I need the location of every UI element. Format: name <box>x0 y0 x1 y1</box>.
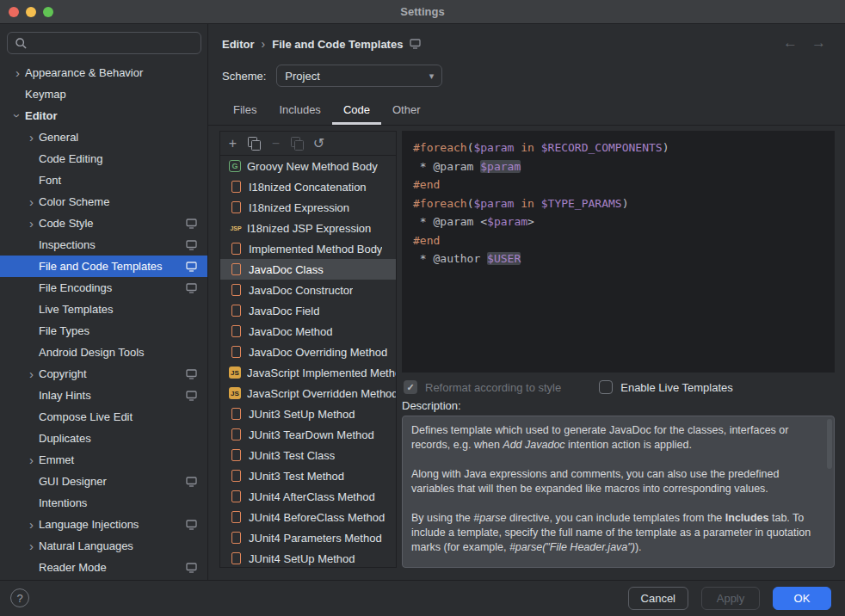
template-item-label: JUnit3 TearDown Method <box>249 428 374 441</box>
chevron-right-icon[interactable]: › <box>24 217 39 230</box>
sidebar-item-label: Font <box>39 174 61 187</box>
template-item-junit4-beforeclass-method[interactable]: JUnit4 BeforeClass Method <box>220 507 396 527</box>
minimize-button[interactable] <box>26 7 36 17</box>
chevron-right-icon[interactable]: › <box>24 453 39 466</box>
chevron-right-icon[interactable]: › <box>10 66 25 79</box>
template-item-junit3-setup-method[interactable]: JUnit3 SetUp Method <box>220 403 396 424</box>
chevron-down-icon[interactable]: › <box>11 108 24 123</box>
sidebar-item-appearance-behavior[interactable]: ›Appearance & Behavior <box>0 62 207 83</box>
search-input[interactable] <box>7 32 201 54</box>
duplicate-template-icon <box>287 133 308 154</box>
sidebar-item-copyright[interactable]: ›Copyright <box>0 363 207 385</box>
template-item-javascript-implemented-method[interactable]: JSJavaScript Implemented Method <box>220 362 396 383</box>
chevron-right-icon[interactable]: › <box>24 518 39 531</box>
template-item-junit4-parameters-method[interactable]: JUnit4 Parameters Method <box>220 527 396 548</box>
sidebar-item-inspections[interactable]: Inspections <box>0 234 207 256</box>
tab-code[interactable]: Code <box>332 96 381 125</box>
template-file-icon <box>231 449 241 461</box>
template-file-icon <box>231 511 241 523</box>
template-item-javadoc-constructor[interactable]: JavaDoc Constructor <box>220 280 396 300</box>
back-button[interactable]: ← <box>783 34 798 52</box>
template-item-javadoc-class[interactable]: JavaDoc Class <box>220 259 396 280</box>
sidebar-item-keymap[interactable]: Keymap <box>0 83 207 105</box>
template-item-implemented-method-body[interactable]: Implemented Method Body <box>220 238 396 259</box>
template-item-javadoc-overriding-method[interactable]: JavaDoc Overriding Method <box>220 342 396 362</box>
screen-badge-icon <box>410 39 421 49</box>
chevron-right-icon[interactable]: › <box>24 131 39 144</box>
template-item-label: I18nized Expression <box>249 201 349 214</box>
template-item-javascript-overridden-method[interactable]: JSJavaScript Overridden Method <box>220 383 396 403</box>
scrollbar-thumb[interactable] <box>827 419 832 469</box>
sidebar-item-font[interactable]: Font <box>0 169 207 191</box>
footer: ? Cancel Apply OK <box>0 580 845 616</box>
template-item-i18nized-jsp-expression[interactable]: JSPI18nized JSP Expression <box>220 218 396 238</box>
ok-button[interactable]: OK <box>773 587 831 610</box>
template-item-junit4-afterclass-method[interactable]: JUnit4 AfterClass Method <box>220 486 396 507</box>
add-template-icon[interactable]: + <box>222 133 244 154</box>
template-item-junit3-teardown-method[interactable]: JUnit3 TearDown Method <box>220 424 396 445</box>
enable-live-templates-checkbox[interactable]: Enable Live Templates <box>599 380 733 394</box>
sidebar-item-duplicates[interactable]: Duplicates <box>0 428 207 449</box>
template-file-icon <box>231 552 241 564</box>
sidebar-item-label: Inlay Hints <box>39 389 91 402</box>
template-list-panel: +−↺ GGroovy New Method BodyI18nized Conc… <box>219 131 397 568</box>
template-item-javadoc-method[interactable]: JavaDoc Method <box>220 321 396 342</box>
reset-template-icon[interactable]: ↺ <box>308 133 330 154</box>
apply-button[interactable]: Apply <box>701 587 760 610</box>
breadcrumb-editor[interactable]: Editor <box>222 38 255 51</box>
template-item-label: JUnit4 BeforeClass Method <box>249 511 385 524</box>
description-label: Description: <box>402 399 461 412</box>
zoom-button[interactable] <box>43 7 53 17</box>
description-paragraph: By using the #parse directive, you can i… <box>411 511 822 555</box>
sidebar-item-general[interactable]: ›General <box>0 126 207 148</box>
sidebar-item-compose-live-edit[interactable]: Compose Live Edit <box>0 406 207 428</box>
template-editor[interactable]: #foreach($param in $RECORD_COMPONENTS) *… <box>402 131 835 373</box>
template-item-junit4-setup-method[interactable]: JUnit4 SetUp Method <box>220 548 396 568</box>
template-item-i18nized-concatenation[interactable]: I18nized Concatenation <box>220 176 396 197</box>
sidebar-item-reader-mode[interactable]: Reader Mode <box>0 557 207 578</box>
create-child-template-icon[interactable] <box>244 133 265 154</box>
template-item-junit3-test-method[interactable]: JUnit3 Test Method <box>220 465 396 486</box>
sidebar-item-code-editing[interactable]: Code Editing <box>0 148 207 169</box>
template-file-icon <box>231 325 241 337</box>
screen-badge-icon <box>186 219 197 229</box>
sidebar-item-file-types[interactable]: File Types <box>0 320 207 342</box>
sidebar-item-android-design-tools[interactable]: Android Design Tools <box>0 342 207 363</box>
sidebar-item-gui-designer[interactable]: GUI Designer <box>0 471 207 492</box>
screen-badge-icon <box>186 283 197 293</box>
template-item-i18nized-expression[interactable]: I18nized Expression <box>220 197 396 218</box>
chevron-right-icon[interactable]: › <box>24 539 39 552</box>
sidebar-item-file-and-code-templates[interactable]: File and Code Templates <box>0 256 207 277</box>
sidebar-item-file-encodings[interactable]: File Encodings <box>0 277 207 299</box>
chevron-right-icon[interactable]: › <box>24 367 39 380</box>
template-item-javadoc-field[interactable]: JavaDoc Field <box>220 300 396 321</box>
sidebar-item-live-templates[interactable]: Live Templates <box>0 299 207 320</box>
tab-files[interactable]: Files <box>222 96 268 125</box>
reformat-checkbox[interactable]: ✓ Reformat according to style <box>404 380 561 394</box>
scheme-dropdown[interactable]: Project ▾ <box>276 65 442 87</box>
tab-includes[interactable]: Includes <box>268 96 331 125</box>
sidebar-item-label: Android Design Tools <box>39 346 145 359</box>
sidebar-item-inlay-hints[interactable]: Inlay Hints <box>0 385 207 406</box>
template-item-label: JUnit4 AfterClass Method <box>249 490 375 503</box>
template-item-groovy-new-method-body[interactable]: GGroovy New Method Body <box>220 156 396 176</box>
description-box[interactable]: Defines template which used to generate … <box>402 416 835 568</box>
tabs: FilesIncludesCodeOther <box>222 96 431 125</box>
sidebar-item-editor[interactable]: ›Editor <box>0 105 207 126</box>
cancel-button[interactable]: Cancel <box>628 587 688 610</box>
sidebar-item-code-style[interactable]: ›Code Style <box>0 213 207 234</box>
help-button[interactable]: ? <box>10 588 29 607</box>
sidebar-item-intentions[interactable]: Intentions <box>0 492 207 514</box>
sidebar-item-color-scheme[interactable]: ›Color Scheme <box>0 191 207 213</box>
sidebar-item-natural-languages[interactable]: ›Natural Languages <box>0 535 207 557</box>
tab-other[interactable]: Other <box>381 96 432 125</box>
chevron-right-icon[interactable]: › <box>24 195 39 208</box>
sidebar-item-language-injections[interactable]: ›Language Injections <box>0 514 207 535</box>
sidebar-item-emmet[interactable]: ›Emmet <box>0 449 207 471</box>
forward-button[interactable]: → <box>811 34 826 52</box>
window-controls <box>9 7 53 17</box>
sidebar-item-label: Inspections <box>39 238 96 251</box>
close-button[interactable] <box>9 7 19 17</box>
template-item-junit3-test-class[interactable]: JUnit3 Test Class <box>220 445 396 465</box>
settings-tree: ›Appearance & BehaviorKeymap›Editor›Gene… <box>0 62 207 580</box>
